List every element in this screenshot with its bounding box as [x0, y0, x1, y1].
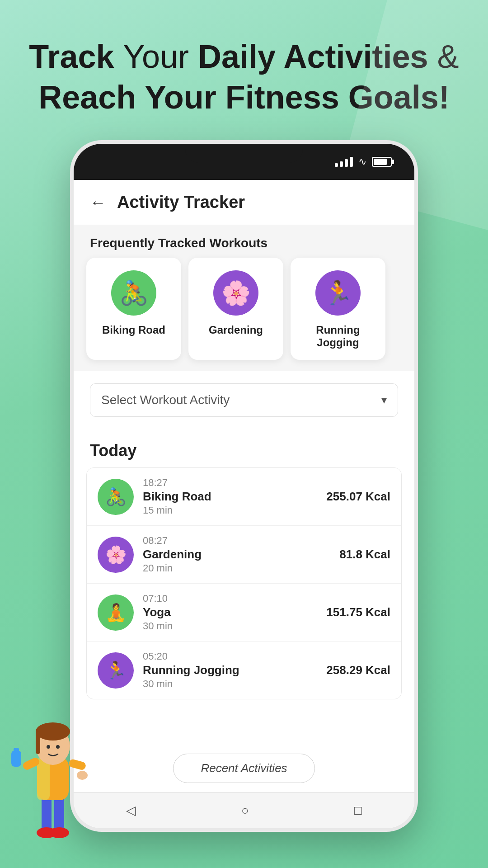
activity-duration-running: 30 min	[143, 678, 317, 690]
activity-icon-biking: 🚴	[98, 479, 134, 515]
recent-activities-button[interactable]: Recent Activities	[173, 754, 314, 783]
hero-amp: &	[437, 38, 459, 75]
workout-card-gardening[interactable]: 🌸 Gardening	[188, 258, 283, 360]
gardening-label: Gardening	[209, 324, 263, 336]
wifi-icon: ∿	[358, 156, 366, 168]
select-section: Select Workout Activity ▾	[74, 371, 414, 429]
activity-kcal-running: 258.29 Kcal	[326, 663, 390, 677]
activity-icon-running: 🏃	[98, 652, 134, 689]
workout-select[interactable]: Select Workout Activity ▾	[90, 383, 398, 417]
biking-label: Biking Road	[102, 324, 165, 336]
svg-rect-12	[11, 750, 21, 767]
activity-item-yoga[interactable]: 🧘 07:10 Yoga 30 min 151.75 Kcal	[87, 584, 401, 642]
status-icons: ∿	[335, 156, 392, 168]
gardening-icon: 🌸	[213, 270, 258, 316]
activity-kcal-gardening: 81.8 Kcal	[339, 547, 390, 561]
activity-time-gardening: 08:27	[143, 535, 330, 547]
bottom-nav: ◁ ○ □	[74, 792, 414, 828]
svg-point-9	[47, 745, 50, 749]
activity-name-gardening: Gardening	[143, 547, 330, 561]
activity-info-biking: 18:27 Biking Road 15 min	[143, 477, 317, 516]
activity-kcal-yoga: 151.75 Kcal	[326, 605, 390, 619]
activity-duration-gardening: 20 min	[143, 562, 330, 574]
svg-point-10	[56, 745, 60, 749]
svg-point-3	[49, 827, 69, 838]
activity-item-gardening[interactable]: 🌸 08:27 Gardening 20 min 81.8 Kcal	[87, 526, 401, 584]
svg-rect-13	[14, 748, 19, 752]
app-content: ← Activity Tracker Frequently Tracked Wo…	[74, 180, 414, 828]
section-label: Frequently Tracked Workouts	[74, 225, 414, 258]
chevron-down-icon: ▾	[381, 394, 387, 406]
nav-home-icon[interactable]: ○	[241, 803, 249, 818]
today-section: Today 🚴 18:27 Biking Road 15 min 255.07 …	[74, 429, 414, 745]
hero-track: Track	[29, 38, 114, 75]
phone-inner: ∿ ← Activity Tracker Frequently Tracked …	[74, 144, 414, 828]
character-illustration	[5, 687, 95, 850]
page-title: Activity Tracker	[117, 193, 245, 212]
running-icon: 🏃	[315, 270, 361, 316]
svg-rect-8	[36, 731, 40, 754]
activity-icon-yoga: 🧘	[98, 594, 134, 631]
activity-time-yoga: 07:10	[143, 593, 317, 604]
activity-name-biking: Biking Road	[143, 490, 317, 504]
hero-section: Track Your Daily Activities & Reach Your…	[0, 0, 488, 136]
activity-info-yoga: 07:10 Yoga 30 min	[143, 593, 317, 632]
activity-name-running: Running Jogging	[143, 663, 317, 677]
activity-info-gardening: 08:27 Gardening 20 min	[143, 535, 330, 574]
activity-item-running[interactable]: 🏃 05:20 Running Jogging 30 min 258.29 Kc…	[87, 642, 401, 699]
activity-item-biking[interactable]: 🚴 18:27 Biking Road 15 min 255.07 Kcal	[87, 468, 401, 526]
hero-your: Your	[123, 38, 198, 75]
phone-frame: ∿ ← Activity Tracker Frequently Tracked …	[70, 140, 418, 832]
app-header: ← Activity Tracker	[74, 180, 414, 225]
activity-name-yoga: Yoga	[143, 605, 317, 619]
svg-rect-14	[68, 759, 86, 771]
notch	[185, 144, 303, 163]
hero-daily: Daily Activities	[198, 38, 428, 75]
activity-time-running: 05:20	[143, 651, 317, 662]
activity-list: 🚴 18:27 Biking Road 15 min 255.07 Kcal 🌸	[86, 467, 402, 699]
recent-btn-wrap: Recent Activities	[74, 745, 414, 792]
back-button[interactable]: ←	[90, 193, 106, 212]
activity-kcal-biking: 255.07 Kcal	[326, 490, 390, 504]
workout-card-running[interactable]: 🏃 Running Jogging	[291, 258, 385, 360]
svg-point-7	[36, 722, 70, 741]
phone-mockup: ∿ ← Activity Tracker Frequently Tracked …	[70, 140, 418, 832]
activity-icon-gardening: 🌸	[98, 537, 134, 573]
svg-point-15	[77, 771, 88, 780]
status-bar: ∿	[74, 144, 414, 180]
nav-back-icon[interactable]: ◁	[126, 803, 136, 818]
battery-icon	[372, 157, 392, 167]
workout-card-biking[interactable]: 🚴 Biking Road	[86, 258, 181, 360]
activity-info-running: 05:20 Running Jogging 30 min	[143, 651, 317, 690]
nav-recents-icon[interactable]: □	[354, 803, 362, 818]
activity-duration-biking: 15 min	[143, 505, 317, 516]
frequently-tracked-section: Frequently Tracked Workouts 🚴 Biking Roa…	[74, 225, 414, 371]
today-label: Today	[74, 434, 414, 464]
svg-rect-1	[54, 796, 64, 832]
hero-reach: Reach Your Fitness Goals!	[38, 79, 450, 115]
biking-icon: 🚴	[111, 270, 156, 316]
activity-time-biking: 18:27	[143, 477, 317, 489]
running-label: Running Jogging	[300, 324, 376, 349]
activity-duration-yoga: 30 min	[143, 620, 317, 632]
workout-cards-list: 🚴 Biking Road 🌸 Gardening 🏃 Running Jogg…	[74, 258, 414, 360]
svg-rect-0	[42, 796, 52, 832]
select-placeholder: Select Workout Activity	[101, 393, 230, 407]
signal-bars	[335, 157, 353, 167]
